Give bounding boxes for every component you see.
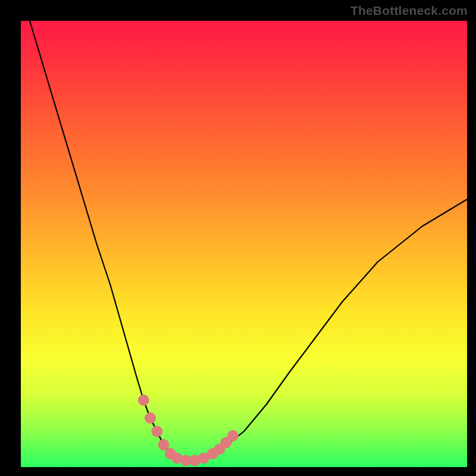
curve-marker [145, 413, 156, 424]
chart-frame: TheBottleneck.com [0, 0, 476, 476]
marker-group [138, 395, 238, 466]
curve-marker [152, 426, 162, 437]
watermark-text: TheBottleneck.com [350, 4, 468, 18]
curve-marker [158, 440, 169, 450]
curve-marker [138, 395, 149, 406]
plot-area [21, 21, 467, 467]
bottleneck-curve [30, 21, 467, 461]
curve-layer [21, 21, 467, 467]
curve-marker [227, 431, 238, 441]
